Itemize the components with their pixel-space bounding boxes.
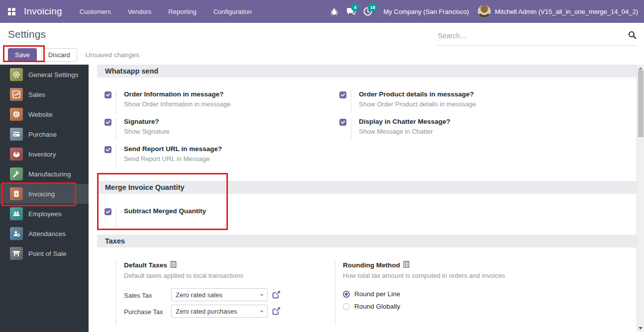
user-avatar[interactable] — [478, 5, 491, 18]
setting-help: Send Report URL in Message — [124, 155, 222, 163]
checkbox-send-report-url[interactable] — [105, 146, 111, 153]
line-chart-icon — [10, 88, 23, 101]
menu-customers[interactable]: Customers — [71, 0, 119, 23]
external-link-icon[interactable] — [272, 306, 281, 318]
control-panel: Settings Save Discard Unsaved changes — [0, 23, 644, 65]
app-name[interactable]: Invoicing — [24, 6, 62, 17]
setting-order-product-details: Order Product details in messsage? Show … — [339, 90, 637, 118]
multi-company-icon — [403, 261, 410, 269]
message-count-badge: 4 — [351, 3, 359, 11]
globe-icon — [10, 108, 23, 121]
top-navbar: Invoicing Customers Vendors Reporting Co… — [0, 0, 644, 23]
company-switcher[interactable]: My Company (San Francisco) — [383, 8, 469, 15]
vertical-scrollbar[interactable] — [637, 65, 644, 332]
search-icon[interactable] — [628, 31, 637, 41]
radio-round-globally[interactable]: Round Globally — [343, 303, 505, 310]
purchase-tax-value: Zero rated purchases — [172, 308, 237, 315]
activity-clock-icon[interactable]: 16 — [359, 0, 376, 23]
checkbox-order-information[interactable] — [105, 91, 111, 98]
discard-button[interactable]: Discard — [41, 48, 77, 62]
sidebar-item-manufacturing[interactable]: Manufacturing — [0, 164, 89, 184]
checkbox-subtract-merged-quantity[interactable] — [105, 208, 111, 215]
credit-card-icon — [10, 128, 23, 141]
external-link-icon[interactable] — [272, 290, 281, 301]
setting-display-in-chatter: Display in Chatter Message? Show Message… — [339, 118, 637, 145]
checkbox-display-in-chatter[interactable] — [339, 119, 346, 126]
sidebar-item-label: Invoicing — [28, 190, 55, 198]
sales-tax-label: Sales Tax — [124, 288, 171, 301]
search-input[interactable] — [437, 26, 638, 45]
multi-company-icon — [170, 261, 177, 269]
scroll-down-icon[interactable] — [639, 327, 643, 330]
sales-tax-select[interactable]: Zero rated sales — [171, 288, 268, 301]
package-box-icon — [10, 148, 23, 161]
sales-tax-value: Zero rated sales — [172, 291, 222, 299]
setting-help: Show Order Product details in messsage — [359, 100, 476, 108]
gear-icon — [10, 68, 23, 81]
chevron-down-icon — [260, 311, 264, 313]
radio-unselected-icon — [343, 303, 350, 310]
activity-count-badge: 16 — [368, 3, 377, 11]
purchase-tax-label: Purchase Tax — [124, 305, 171, 318]
menu-vendors[interactable]: Vendors — [119, 0, 160, 23]
main-menu: Customers Vendors Reporting Configuratio… — [71, 0, 260, 23]
debug-bug-icon[interactable] — [325, 0, 342, 23]
sidebar-item-inventory[interactable]: Inventory — [0, 144, 89, 164]
svg-text:$: $ — [15, 192, 18, 196]
purchase-tax-select[interactable]: Zero rated purchases — [171, 305, 268, 318]
user-menu[interactable]: Mitchell Admin (V15_all_in_one_merge_14_… — [495, 8, 638, 15]
menu-reporting[interactable]: Reporting — [160, 0, 205, 23]
sidebar-item-purchase[interactable]: Purchase — [0, 124, 89, 144]
sidebar-item-sales[interactable]: Sales — [0, 84, 89, 104]
scroll-up-icon[interactable] — [639, 67, 643, 70]
setting-label[interactable]: Send Report URL in message? — [124, 145, 222, 153]
sidebar-item-invoicing[interactable]: $ Invoicing — [0, 184, 89, 204]
settings-sidebar: General Settings Sales Website Purchase … — [0, 65, 89, 332]
sidebar-item-website[interactable]: Website — [0, 104, 89, 124]
setting-label[interactable]: Subtract Merged Quantity — [124, 207, 206, 215]
default-taxes-box: Default Taxes Default taxes applied to l… — [105, 261, 339, 326]
apps-grid-icon — [8, 8, 15, 15]
sidebar-item-attendances[interactable]: Attendances — [0, 224, 89, 244]
setting-label[interactable]: Order Product details in messsage? — [359, 90, 476, 98]
wrench-icon — [10, 167, 23, 180]
setting-help: Show Message in Chatter — [359, 128, 450, 135]
sidebar-item-label: Manufacturing — [28, 170, 71, 178]
setting-label[interactable]: Order Information in message? — [124, 90, 231, 98]
checkbox-signature[interactable] — [105, 119, 111, 126]
checkbox-order-product-details[interactable] — [339, 91, 346, 98]
scrollbar-thumb[interactable] — [638, 70, 644, 137]
sidebar-item-label: Attendances — [28, 230, 66, 238]
rounding-method-help: How total tax amount is computed in orde… — [343, 272, 505, 279]
shop-icon — [10, 247, 23, 260]
setting-label[interactable]: Display in Chatter Message? — [359, 118, 450, 125]
menu-configuration[interactable]: Configuration — [205, 0, 260, 23]
section-header-merge-invoice-quantity: Merge Invoice Quantity — [97, 181, 637, 194]
sidebar-item-label: Purchase — [28, 131, 57, 138]
setting-help: Show Order Information in messsage — [124, 100, 231, 108]
setting-order-information: Order Information in message? Show Order… — [105, 90, 339, 118]
rounding-method-box: Rounding Method How total tax amount is … — [335, 261, 637, 326]
sidebar-item-employees[interactable]: Employees — [0, 204, 89, 224]
person-clock-icon — [10, 227, 23, 240]
messages-icon[interactable]: 4 — [342, 0, 359, 23]
setting-label[interactable]: Signature? — [124, 118, 170, 125]
setting-signature: Signature? Show Signature — [105, 118, 339, 145]
sidebar-item-label: Sales — [28, 91, 45, 98]
apps-menu-button[interactable] — [0, 0, 23, 23]
search-bar — [437, 26, 638, 46]
chevron-down-icon — [260, 294, 264, 296]
unsaved-changes-status: Unsaved changes — [86, 51, 139, 59]
sidebar-item-point-of-sale[interactable]: Point of Sale — [0, 244, 89, 263]
save-button[interactable]: Save — [8, 48, 37, 62]
radio-selected-icon — [343, 291, 350, 298]
setting-subtract-merged-quantity: Subtract Merged Quantity — [105, 207, 339, 228]
setting-help: Show Signature — [124, 128, 170, 135]
radio-round-per-line[interactable]: Round per Line — [343, 290, 505, 298]
sidebar-item-label: Website — [28, 111, 53, 118]
sidebar-item-label: General Settings — [28, 71, 79, 79]
setting-send-report-url: Send Report URL in message? Send Report … — [105, 145, 339, 172]
sidebar-item-general-settings[interactable]: General Settings — [0, 65, 89, 84]
settings-content: Whatsapp send Order Information in messa… — [89, 65, 637, 332]
sidebar-item-label: Inventory — [28, 151, 56, 158]
